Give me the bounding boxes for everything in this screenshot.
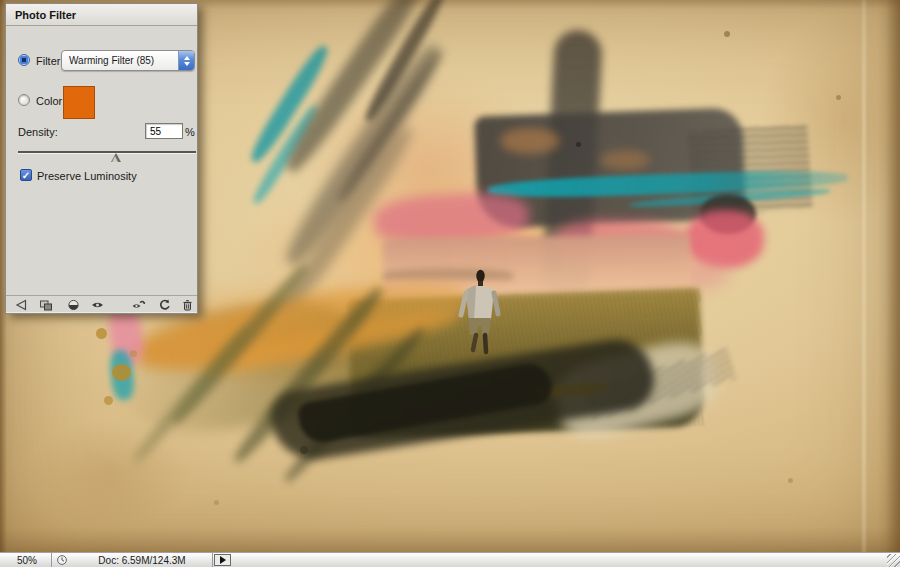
density-slider[interactable] [18, 148, 196, 162]
filter-dropdown-value: Warming Filter (85) [62, 55, 178, 66]
photoshop-window: Photo Filter Filter: Warming Filter (85)… [0, 0, 900, 567]
color-swatch[interactable] [63, 86, 95, 119]
color-label: Color: [36, 95, 65, 107]
color-radio[interactable] [18, 94, 30, 106]
version-cue-status-icon[interactable] [52, 554, 72, 566]
preserve-luminosity-label: Preserve Luminosity [37, 170, 137, 182]
paint-stroke [836, 95, 841, 100]
doc-size-field: Doc: 6.59M/124.3M [72, 553, 213, 567]
paint-stroke [104, 396, 113, 405]
switch-panel-view-icon[interactable] [39, 299, 53, 311]
panel-title: Photo Filter [15, 9, 76, 21]
paint-stroke [300, 446, 308, 454]
doc-size-value: Doc: 6.59M/124.3M [98, 555, 185, 566]
preserve-luminosity-checkbox[interactable]: ✓ [20, 169, 32, 181]
paint-stroke [112, 364, 131, 381]
toggle-visibility-eye-icon[interactable] [91, 299, 104, 311]
dropdown-stepper-icon [178, 51, 194, 70]
paint-stroke [96, 328, 107, 339]
return-to-adjustment-list-arrow-icon[interactable] [14, 299, 28, 311]
density-input[interactable] [145, 123, 183, 139]
paint-stroke [788, 478, 793, 483]
paint-stroke [724, 31, 730, 37]
resize-grip[interactable] [887, 554, 900, 567]
zoom-level-value: 50% [17, 555, 37, 566]
density-slider-track [18, 151, 196, 154]
paint-stroke [30, 420, 190, 530]
status-menu-button[interactable] [214, 554, 231, 566]
reset-adjustment-icon[interactable] [158, 299, 171, 311]
density-label: Density: [18, 126, 58, 138]
density-unit: % [185, 126, 195, 138]
status-bar: 50% Doc: 6.59M/124.3M [0, 552, 900, 567]
filter-label: Filter: [36, 55, 64, 67]
paint-stroke [214, 500, 219, 505]
clip-to-layer-icon[interactable] [67, 299, 80, 311]
filter-dropdown[interactable]: Warming Filter (85) [61, 50, 195, 71]
paint-stroke [878, 0, 900, 553]
filter-radio[interactable] [18, 54, 30, 66]
paint-stroke [600, 150, 650, 170]
panel-footer [6, 295, 197, 313]
panel-titlebar[interactable]: Photo Filter [6, 4, 197, 26]
view-previous-state-icon[interactable] [131, 299, 146, 311]
paint-stroke [576, 142, 581, 147]
density-slider-thumb[interactable] [111, 153, 121, 162]
zoom-level-field[interactable]: 50% [0, 553, 52, 567]
walking-man-figure [452, 260, 508, 356]
paint-stroke [130, 350, 137, 357]
photo-filter-panel: Photo Filter Filter: Warming Filter (85)… [5, 3, 198, 314]
paint-stroke [500, 128, 560, 154]
paint-stroke [862, 0, 866, 553]
delete-adjustment-trash-icon[interactable] [181, 299, 194, 311]
right-triangle-icon [220, 556, 226, 564]
